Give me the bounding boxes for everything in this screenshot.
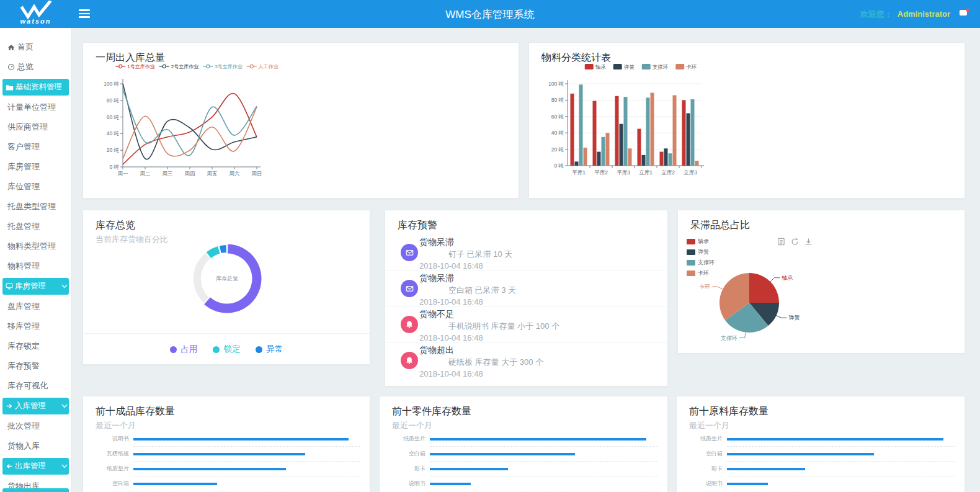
- sidebar-item[interactable]: 总览: [0, 57, 71, 77]
- hbar-category-label: 空白箱: [93, 480, 133, 488]
- legend-item[interactable]: 2号立库作业: [159, 64, 198, 69]
- sidebar-group-item[interactable]: 基础资料管理: [2, 79, 69, 96]
- sidebar-item[interactable]: 供应商管理: [0, 117, 71, 137]
- sidebar-item-label: 总览: [17, 61, 33, 73]
- pie-label-line: [712, 287, 723, 289]
- legend-swatch-icon: [687, 249, 695, 255]
- menu-toggle-button[interactable]: [79, 9, 90, 18]
- sidebar-item[interactable]: 物料管理: [0, 256, 71, 276]
- chevron-down-icon: [61, 284, 68, 288]
- hbar-row: 彩卡: [687, 465, 964, 473]
- hbar-divider: [727, 476, 955, 476]
- alarm-icon: [401, 316, 418, 333]
- pie-slice-label: 弹簧: [789, 315, 800, 321]
- hbar-row: 瓦楞纸板: [93, 450, 370, 458]
- bar: [628, 148, 632, 166]
- bar: [646, 97, 650, 166]
- sidebar-item-label: 托盘类型管理: [7, 201, 56, 212]
- alert-item: 货物呆滞钉子 已呆滞 10 天2018-10-04 16:48: [385, 235, 667, 271]
- legend-item[interactable]: 人工作业: [247, 64, 278, 69]
- sidebar-group-item[interactable]: 出库管理: [2, 458, 69, 475]
- hbar-track: [727, 453, 955, 455]
- y-tick-label: 60 吨: [107, 114, 120, 120]
- sidebar-item[interactable]: 库存预警: [0, 356, 71, 376]
- legend-item[interactable]: 支撑环: [642, 64, 669, 70]
- hbar-row: 彩卡: [390, 465, 667, 473]
- y-tick-label: 0 吨: [554, 163, 564, 169]
- legend-item[interactable]: 轴承: [585, 64, 607, 70]
- x-tick-label: 周四: [185, 171, 195, 177]
- sidebar-item-label: 入库管理: [15, 401, 46, 411]
- outbound-arrow-icon: [6, 463, 13, 470]
- y-tick-label: 80 吨: [551, 97, 564, 103]
- alert-title: 货物呆滞: [419, 273, 667, 284]
- hbar-bar: [430, 438, 646, 441]
- sidebar-item[interactable]: 货物入库: [0, 436, 71, 456]
- inventory-donut-chart: 库存总览: [165, 228, 289, 333]
- notification-flag-icon[interactable]: [959, 8, 970, 20]
- hbar-category-label: 彩卡: [390, 465, 430, 473]
- legend-item[interactable]: 占用: [170, 344, 198, 355]
- sidebar-item[interactable]: 托盘管理: [0, 217, 71, 236]
- sidebar-item[interactable]: 计量单位管理: [0, 97, 71, 117]
- legend-item[interactable]: 1号立库作业: [115, 64, 154, 69]
- hbar-category-label: 纸质垫片: [390, 435, 430, 443]
- legend-item[interactable]: 异常: [256, 344, 283, 355]
- bar: [642, 155, 646, 166]
- legend-item[interactable]: 轴承: [687, 238, 715, 246]
- x-tick-label: 平库2: [594, 169, 608, 176]
- top-raw-hbar-chart: 纸质垫片空白箱彩卡说明书: [687, 435, 964, 492]
- sidebar-item[interactable]: 首页: [0, 37, 71, 57]
- x-tick-label: 平库1: [572, 169, 586, 176]
- bar: [584, 148, 587, 166]
- bar: [660, 152, 664, 166]
- data-view-icon[interactable]: [777, 238, 785, 246]
- legend-item[interactable]: 卡环: [675, 64, 697, 70]
- legend-dot-icon: [213, 346, 220, 353]
- sidebar-item-partial[interactable]: [2, 488, 69, 492]
- sidebar-item-label: 托盘管理: [7, 221, 40, 232]
- sidebar-item[interactable]: 托盘类型管理: [0, 197, 71, 217]
- sidebar-item[interactable]: 库存锁定: [0, 336, 71, 356]
- legend-item[interactable]: 弹簧: [687, 248, 715, 256]
- username[interactable]: Administrator: [898, 9, 950, 19]
- sidebar-item[interactable]: 库位管理: [0, 177, 71, 197]
- legend-item[interactable]: 3号立库作业: [203, 64, 242, 69]
- download-icon[interactable]: [804, 238, 813, 246]
- sidebar-item[interactable]: 盘库管理: [0, 297, 71, 316]
- sidebar-item[interactable]: 库存可视化: [0, 376, 71, 396]
- pie-label-line: [770, 278, 780, 282]
- inbound-arrow-icon: [6, 403, 13, 409]
- hbar-bar: [133, 438, 349, 441]
- sidebar-group-item[interactable]: 库房管理: [2, 278, 69, 295]
- bar: [606, 133, 610, 166]
- legend-item[interactable]: 锁定: [213, 344, 241, 355]
- bar: [593, 101, 597, 166]
- hbar-bar: [133, 468, 286, 470]
- logo-text: watson: [0, 17, 71, 25]
- bar: [669, 153, 672, 166]
- sidebar-item[interactable]: 移库管理: [0, 316, 71, 336]
- legend-label: 1号立库作业: [127, 64, 154, 69]
- hbar-category-label: 彩卡: [687, 465, 727, 473]
- bar: [664, 148, 668, 166]
- sidebar-group-item[interactable]: 入库管理: [2, 398, 69, 414]
- bar: [651, 93, 654, 166]
- line-chart-svg: 1号立库作业2号立库作业3号立库作业人工作业0 吨20 吨40 吨60 吨80 …: [100, 60, 293, 190]
- sidebar-item[interactable]: 物料类型管理: [0, 236, 71, 256]
- hbar-track: [727, 483, 955, 485]
- sidebar-item-label: 供应商管理: [7, 122, 48, 133]
- hbar-divider: [133, 491, 360, 491]
- hbar-bar: [430, 453, 575, 455]
- hbar-row: 纸质垫片: [93, 465, 370, 473]
- sidebar-item[interactable]: 客户管理: [0, 137, 71, 157]
- sidebar-item-label: 基础资料管理: [16, 82, 62, 92]
- sidebar-item[interactable]: 批次管理: [0, 416, 71, 436]
- sidebar-item[interactable]: 库房管理: [0, 157, 71, 177]
- alert-item: 货物超出硬纸板 库存量 大于 300 个2018-10-04 16:48: [385, 342, 667, 378]
- hbar-bar: [430, 483, 471, 485]
- x-tick-label: 周日: [252, 171, 262, 177]
- refresh-icon[interactable]: [791, 238, 799, 246]
- legend-item[interactable]: 弹簧: [613, 64, 635, 70]
- alert-title: 货物超出: [419, 345, 667, 356]
